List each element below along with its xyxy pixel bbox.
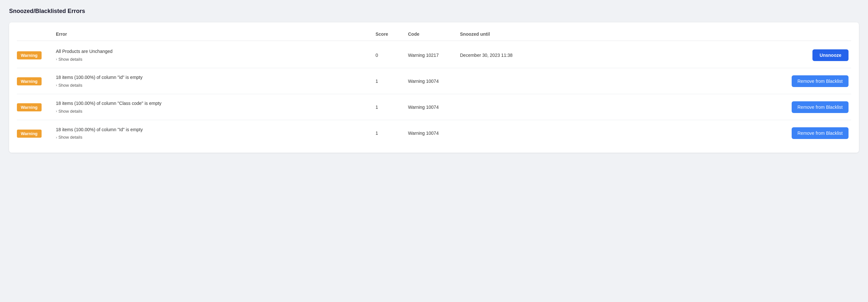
error-cell: 18 items (100.00%) of column "Class code… <box>56 100 375 114</box>
show-details-toggle[interactable]: ›Show details <box>56 57 370 62</box>
score-cell: 1 <box>375 131 408 136</box>
error-cell: 18 items (100.00%) of column "Id" is emp… <box>56 127 375 140</box>
show-details-label: Show details <box>59 57 83 62</box>
warning-badge: Warning <box>17 77 41 86</box>
table-body: WarningAll Products are Unchanged›Show d… <box>17 42 851 146</box>
show-details-label: Show details <box>59 109 83 114</box>
score-cell: 0 <box>375 53 408 58</box>
warning-badge: Warning <box>17 51 41 60</box>
code-cell: Warning 10217 <box>408 53 460 58</box>
code-cell: Warning 10074 <box>408 131 460 136</box>
chevron-right-icon: › <box>56 83 57 87</box>
table-header: Error Score Code Snoozed until <box>17 29 851 41</box>
header-snoozed-until: Snoozed until <box>460 32 531 37</box>
show-details-label: Show details <box>59 135 83 140</box>
error-message: All Products are Unchanged <box>56 48 370 55</box>
remove-from-blacklist-button[interactable]: Remove from Blacklist <box>792 75 848 87</box>
unsnooze-button[interactable]: Unsnooze <box>812 49 848 61</box>
action-cell: Remove from Blacklist <box>531 127 851 139</box>
badge-cell: Warning <box>17 77 56 86</box>
warning-badge: Warning <box>17 130 41 138</box>
table-row: Warning18 items (100.00%) of column "id"… <box>17 68 851 94</box>
show-details-toggle[interactable]: ›Show details <box>56 135 370 140</box>
score-cell: 1 <box>375 78 408 84</box>
error-cell: 18 items (100.00%) of column "id" is emp… <box>56 74 375 88</box>
table-row: Warning18 items (100.00%) of column "Cla… <box>17 94 851 120</box>
error-cell: All Products are Unchanged›Show details <box>56 48 375 62</box>
chevron-right-icon: › <box>56 109 57 113</box>
show-details-toggle[interactable]: ›Show details <box>56 109 370 114</box>
badge-cell: Warning <box>17 129 56 138</box>
error-message: 18 items (100.00%) of column "Class code… <box>56 100 370 107</box>
action-cell: Remove from Blacklist <box>531 75 851 87</box>
table-row: WarningAll Products are Unchanged›Show d… <box>17 42 851 68</box>
errors-table: Error Score Code Snoozed until WarningAl… <box>9 23 859 153</box>
action-cell: Remove from Blacklist <box>531 101 851 113</box>
header-action <box>531 32 851 37</box>
table-row: Warning18 items (100.00%) of column "Id"… <box>17 120 851 146</box>
error-message: 18 items (100.00%) of column "id" is emp… <box>56 74 370 81</box>
warning-badge: Warning <box>17 103 41 111</box>
page-title: Snoozed/Blacklisted Errors <box>9 8 859 14</box>
chevron-right-icon: › <box>56 57 57 61</box>
header-badge <box>17 32 56 37</box>
chevron-right-icon: › <box>56 135 57 139</box>
show-details-label: Show details <box>59 83 83 88</box>
header-score: Score <box>375 32 408 37</box>
score-cell: 1 <box>375 105 408 110</box>
show-details-toggle[interactable]: ›Show details <box>56 83 370 88</box>
remove-from-blacklist-button[interactable]: Remove from Blacklist <box>792 101 848 113</box>
error-message: 18 items (100.00%) of column "Id" is emp… <box>56 127 370 133</box>
remove-from-blacklist-button[interactable]: Remove from Blacklist <box>792 127 848 139</box>
action-cell: Unsnooze <box>531 49 851 61</box>
snoozed-until-cell: December 30, 2023 11:38 <box>460 53 531 58</box>
badge-cell: Warning <box>17 103 56 111</box>
badge-cell: Warning <box>17 51 56 60</box>
code-cell: Warning 10074 <box>408 105 460 110</box>
header-code: Code <box>408 32 460 37</box>
header-error: Error <box>56 32 375 37</box>
code-cell: Warning 10074 <box>408 78 460 84</box>
